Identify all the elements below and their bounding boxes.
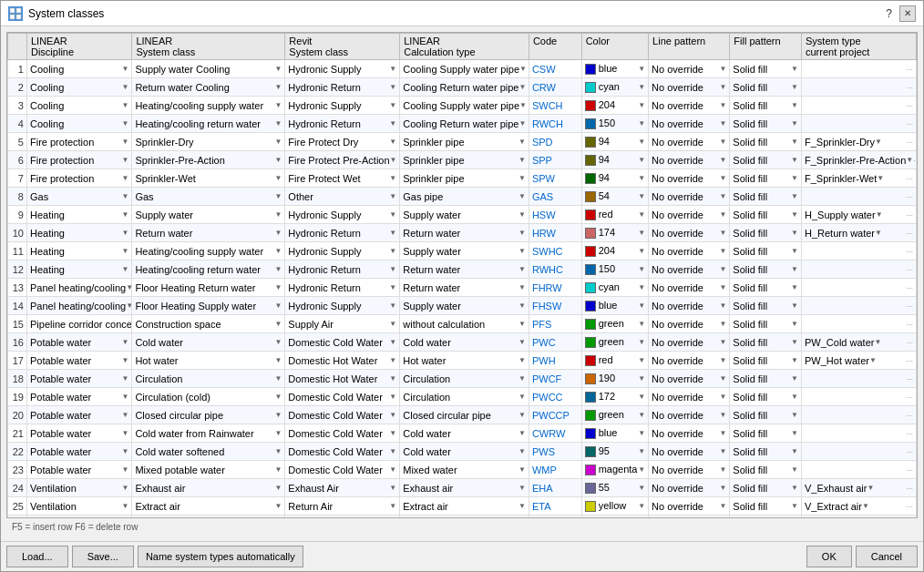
code-link[interactable]: SPW — [532, 173, 555, 184]
row-options[interactable]: ··· — [906, 119, 913, 128]
discipline-dropdown-arrow[interactable]: ▼ — [122, 192, 129, 200]
line-dropdown-arrow[interactable]: ▼ — [719, 320, 726, 328]
discipline-dropdown-arrow[interactable]: ▼ — [126, 301, 132, 310]
table-row[interactable]: 22 Potable water ▼ Cold water softened ▼… — [8, 443, 917, 461]
fill-dropdown-arrow[interactable]: ▼ — [791, 301, 798, 310]
row-options[interactable]: ··· — [906, 301, 913, 311]
calc-type-dropdown-arrow[interactable]: ▼ — [518, 320, 526, 328]
system-class-dropdown-arrow[interactable]: ▼ — [274, 502, 282, 510]
discipline-dropdown-arrow[interactable]: ▼ — [122, 174, 129, 182]
color-dropdown-arrow[interactable]: ▼ — [638, 138, 645, 146]
line-dropdown-arrow[interactable]: ▼ — [719, 138, 726, 146]
table-row[interactable]: 10 Heating ▼ Return water ▼ Hydronic Ret… — [8, 224, 917, 242]
discipline-dropdown-arrow[interactable]: ▼ — [122, 83, 129, 91]
revit-system-dropdown-arrow[interactable]: ▼ — [389, 283, 396, 291]
line-dropdown-arrow[interactable]: ▼ — [719, 156, 726, 164]
row-options[interactable]: ··· — [906, 174, 913, 183]
table-row[interactable]: 17 Potable water ▼ Hot water ▼ Domestic … — [8, 352, 917, 370]
system-class-dropdown-arrow[interactable]: ▼ — [274, 283, 282, 291]
system-class-dropdown-arrow[interactable]: ▼ — [274, 229, 282, 237]
ok-button[interactable]: OK — [806, 546, 852, 567]
revit-system-dropdown-arrow[interactable]: ▼ — [389, 374, 396, 383]
revit-system-dropdown-arrow[interactable]: ▼ — [389, 174, 396, 182]
discipline-dropdown-arrow[interactable]: ▼ — [122, 247, 129, 255]
fill-dropdown-arrow[interactable]: ▼ — [791, 119, 798, 128]
revit-system-dropdown-arrow[interactable]: ▼ — [389, 119, 396, 128]
row-options[interactable]: ··· — [906, 502, 913, 511]
table-row[interactable]: 19 Potable water ▼ Circulation (cold) ▼ … — [8, 388, 917, 406]
discipline-dropdown-arrow[interactable]: ▼ — [122, 338, 129, 346]
system-class-dropdown-arrow[interactable]: ▼ — [274, 301, 282, 310]
line-dropdown-arrow[interactable]: ▼ — [719, 210, 726, 219]
system-class-dropdown-arrow[interactable]: ▼ — [274, 65, 282, 73]
row-options[interactable]: ··· — [906, 356, 913, 365]
color-dropdown-arrow[interactable]: ▼ — [638, 265, 645, 273]
fill-dropdown-arrow[interactable]: ▼ — [791, 174, 798, 182]
code-link[interactable]: ETA — [532, 501, 551, 512]
calc-type-dropdown-arrow[interactable]: ▼ — [518, 156, 526, 164]
calc-type-dropdown-arrow[interactable]: ▼ — [518, 119, 526, 128]
calc-type-dropdown-arrow[interactable]: ▼ — [518, 138, 526, 146]
code-link[interactable]: EHA — [532, 483, 553, 494]
discipline-dropdown-arrow[interactable]: ▼ — [122, 229, 129, 237]
revit-system-dropdown-arrow[interactable]: ▼ — [389, 101, 396, 109]
sys-type-dropdown-arrow[interactable]: ▼ — [862, 502, 869, 510]
calc-type-dropdown-arrow[interactable]: ▼ — [518, 210, 526, 219]
line-dropdown-arrow[interactable]: ▼ — [719, 174, 726, 182]
line-dropdown-arrow[interactable]: ▼ — [719, 429, 726, 437]
color-dropdown-arrow[interactable]: ▼ — [638, 174, 645, 182]
code-link[interactable]: RWHC — [532, 264, 563, 275]
color-dropdown-arrow[interactable]: ▼ — [638, 119, 645, 128]
code-link[interactable]: RWCH — [532, 118, 563, 129]
discipline-dropdown-arrow[interactable]: ▼ — [126, 283, 132, 291]
system-class-dropdown-arrow[interactable]: ▼ — [274, 447, 282, 455]
table-row[interactable]: 12 Heating ▼ Heating/cooling return wate… — [8, 260, 917, 279]
row-options[interactable]: ··· — [906, 320, 913, 329]
fill-dropdown-arrow[interactable]: ▼ — [791, 247, 798, 255]
discipline-dropdown-arrow[interactable]: ▼ — [122, 65, 129, 73]
revit-system-dropdown-arrow[interactable]: ▼ — [389, 465, 396, 474]
fill-dropdown-arrow[interactable]: ▼ — [791, 411, 798, 419]
code-link[interactable]: GAS — [532, 191, 553, 202]
revit-system-dropdown-arrow[interactable]: ▼ — [389, 210, 396, 219]
line-dropdown-arrow[interactable]: ▼ — [719, 502, 726, 510]
calc-type-dropdown-arrow[interactable]: ▼ — [518, 356, 526, 364]
row-options[interactable]: ··· — [906, 192, 913, 201]
sys-type-dropdown-arrow[interactable]: ▼ — [874, 338, 881, 346]
table-row[interactable]: 2 Cooling ▼ Return water Cooling ▼ Hydro… — [8, 78, 917, 97]
table-row[interactable]: 23 Potable water ▼ Mixed potable water ▼… — [8, 461, 917, 479]
code-link[interactable]: SWCH — [532, 100, 563, 111]
calc-type-dropdown-arrow[interactable]: ▼ — [518, 83, 526, 91]
code-link[interactable]: HSW — [532, 209, 556, 220]
table-row[interactable]: 14 Panel heating/cooling ▼ Floor Heating… — [8, 297, 917, 315]
color-dropdown-arrow[interactable]: ▼ — [638, 210, 645, 219]
line-dropdown-arrow[interactable]: ▼ — [719, 119, 726, 128]
row-options[interactable]: ··· — [906, 393, 913, 402]
fill-dropdown-arrow[interactable]: ▼ — [791, 156, 798, 164]
load-button[interactable]: Load... — [6, 546, 68, 567]
system-class-dropdown-arrow[interactable]: ▼ — [274, 210, 282, 219]
revit-system-dropdown-arrow[interactable]: ▼ — [389, 338, 396, 346]
fill-dropdown-arrow[interactable]: ▼ — [791, 320, 798, 328]
discipline-dropdown-arrow[interactable]: ▼ — [122, 465, 129, 474]
row-options[interactable]: ··· — [913, 156, 916, 165]
table-container[interactable]: LINEARDiscipline LINEARSystem class Revi… — [6, 32, 918, 518]
calc-type-dropdown-arrow[interactable]: ▼ — [518, 465, 526, 474]
sys-type-dropdown-arrow[interactable]: ▼ — [906, 156, 913, 164]
color-dropdown-arrow[interactable]: ▼ — [638, 411, 645, 419]
revit-system-dropdown-arrow[interactable]: ▼ — [389, 484, 396, 492]
color-dropdown-arrow[interactable]: ▼ — [638, 320, 645, 328]
revit-system-dropdown-arrow[interactable]: ▼ — [389, 192, 396, 200]
color-dropdown-arrow[interactable]: ▼ — [638, 101, 645, 109]
row-options[interactable]: ··· — [906, 484, 913, 493]
fill-dropdown-arrow[interactable]: ▼ — [791, 283, 798, 291]
close-button[interactable]: ✕ — [899, 5, 916, 22]
system-class-dropdown-arrow[interactable]: ▼ — [274, 465, 282, 474]
calc-type-dropdown-arrow[interactable]: ▼ — [518, 229, 526, 237]
table-row[interactable]: 8 Gas ▼ Gas ▼ Other ▼ — [8, 188, 917, 206]
line-dropdown-arrow[interactable]: ▼ — [719, 265, 726, 273]
color-dropdown-arrow[interactable]: ▼ — [638, 447, 645, 455]
revit-system-dropdown-arrow[interactable]: ▼ — [389, 247, 396, 255]
system-class-dropdown-arrow[interactable]: ▼ — [274, 338, 282, 346]
calc-type-dropdown-arrow[interactable]: ▼ — [518, 265, 526, 273]
